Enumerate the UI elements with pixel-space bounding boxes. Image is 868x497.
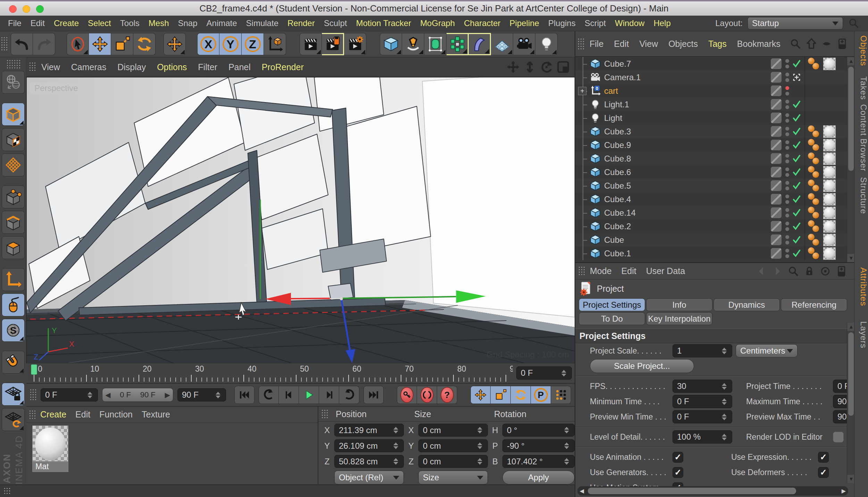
menu-item-render[interactable]: Render — [283, 18, 319, 28]
visibility-dots[interactable] — [784, 154, 790, 163]
phong-tag-icon[interactable] — [808, 193, 823, 206]
menu-item-help[interactable]: Help — [649, 18, 675, 28]
object-row-light-1[interactable]: Light.1 — [575, 98, 847, 111]
layer-toggle-icon[interactable] — [771, 207, 782, 218]
material-name[interactable]: Mat — [32, 462, 68, 472]
object-row-cube-4[interactable]: Cube.4 — [575, 192, 847, 206]
tab-key-interpolation[interactable]: Key Interpolation — [646, 312, 712, 325]
layer-toggle-icon[interactable] — [771, 248, 782, 259]
material-tag-icon[interactable] — [823, 247, 836, 260]
object-row-cube[interactable]: Cube — [575, 233, 847, 247]
coordinates-grip[interactable] — [321, 409, 328, 419]
object-row-camera-1[interactable]: Camera.1 — [575, 71, 847, 84]
object-row-light[interactable]: Light — [575, 111, 847, 125]
model-mode-button[interactable] — [2, 103, 25, 126]
visibility-dots[interactable] — [784, 86, 790, 96]
layer-toggle-icon[interactable] — [771, 194, 782, 205]
phong-tag-icon[interactable] — [808, 247, 823, 260]
move-tool-button[interactable] — [89, 33, 111, 55]
layer-toggle-icon[interactable] — [771, 99, 782, 110]
object-name[interactable]: Cube.9 — [604, 140, 771, 150]
material-tag-icon[interactable] — [823, 125, 836, 138]
menu-item-snap[interactable]: Snap — [174, 18, 202, 28]
enable-state[interactable] — [790, 222, 803, 231]
end-frame-field[interactable]: 90 F — [177, 388, 226, 401]
live-selection-button[interactable] — [67, 33, 89, 55]
use-generators-checkbox[interactable]: ✓ — [673, 467, 683, 478]
edges-mode-button[interactable] — [2, 211, 25, 234]
tab-referencing[interactable]: Referencing — [781, 298, 847, 311]
add-camera-button[interactable] — [513, 33, 535, 55]
layer-toggle-icon[interactable] — [771, 126, 782, 137]
record-keyframe-button[interactable] — [397, 386, 417, 404]
scroll-down-icon[interactable]: ▼ — [847, 475, 855, 483]
goto-start-button[interactable] — [234, 386, 254, 404]
lock-workplane-button[interactable] — [2, 383, 25, 406]
rotation-h-field[interactable]: 0 ° — [502, 424, 575, 437]
texture-mode-button[interactable] — [2, 128, 25, 151]
attribute-hscrollbar[interactable]: ◀ ▶ — [577, 486, 848, 496]
object-name[interactable]: cart — [604, 86, 771, 96]
enable-state[interactable] — [790, 194, 803, 204]
undo-button[interactable] — [11, 33, 33, 55]
timeline-ruler[interactable]: 0102030405060708090 0 F — [26, 363, 575, 383]
make-editable-button[interactable] — [2, 71, 25, 94]
menu-item-edit[interactable]: Edit — [609, 39, 634, 49]
phong-tag-icon[interactable] — [808, 58, 823, 70]
phong-tag-icon[interactable] — [808, 180, 823, 192]
close-window-button[interactable] — [9, 5, 17, 13]
minimum-time-field[interactable]: 0 F — [673, 395, 732, 408]
object-name[interactable]: Cube.4 — [604, 194, 771, 204]
visibility-dots[interactable] — [784, 222, 790, 231]
visibility-dots[interactable] — [784, 167, 790, 177]
lock-x-axis-button[interactable]: X — [197, 33, 219, 55]
visibility-dots[interactable] — [784, 59, 790, 68]
layer-toggle-icon[interactable] — [771, 113, 782, 123]
menu-item-user-data[interactable]: User Data — [641, 266, 690, 276]
menu-item-options[interactable]: Options — [151, 62, 192, 72]
tab-to-do[interactable]: To Do — [579, 312, 645, 325]
menu-item-panel[interactable]: Panel — [223, 62, 256, 72]
tab-project-settings[interactable]: Project Settings — [579, 298, 645, 311]
preview-min-time-field[interactable]: 0 F — [673, 410, 732, 423]
project-scale-field[interactable]: 1 — [673, 344, 732, 357]
phong-tag-icon[interactable] — [808, 125, 823, 138]
goto-end-button[interactable] — [364, 386, 384, 404]
use-expression-checkbox[interactable]: ✓ — [818, 452, 829, 463]
render-view-button[interactable] — [300, 33, 322, 55]
menu-item-simulate[interactable]: Simulate — [242, 18, 283, 28]
phong-tag-icon[interactable] — [808, 152, 823, 165]
position-z-field[interactable]: 50.828 cm — [334, 455, 404, 468]
enable-state[interactable] — [790, 249, 803, 258]
minimize-window-button[interactable] — [23, 5, 30, 13]
target-icon[interactable] — [819, 265, 831, 277]
bend-deformer-button[interactable] — [469, 33, 491, 55]
menu-item-character[interactable]: Character — [459, 18, 505, 28]
use-deformers-checkbox[interactable]: ✓ — [818, 467, 829, 478]
attribute-scrollbar[interactable]: ▲ ▼ — [847, 323, 855, 483]
visibility-dots[interactable] — [784, 249, 790, 258]
position-y-field[interactable]: 26.109 cm — [334, 439, 404, 452]
render-to-picture-viewer-button[interactable] — [322, 33, 344, 55]
search-icon[interactable] — [790, 38, 801, 50]
object-row-cube-3[interactable]: Cube.3 — [575, 125, 847, 138]
viewport-3d-scene[interactable]: Y X Z Perspective Grid Spacing : 100 cm — [27, 77, 575, 363]
panel-tab-takes[interactable]: Takes — [854, 72, 868, 100]
material-tag-icon[interactable] — [823, 207, 836, 219]
visibility-dots[interactable] — [784, 100, 790, 109]
object-row-cube-9[interactable]: Cube.9 — [575, 138, 847, 152]
visibility-dots[interactable] — [784, 208, 790, 217]
phong-tag-icon[interactable] — [808, 220, 823, 233]
rotate-tool-button[interactable] — [133, 33, 156, 55]
key-parameter-toggle[interactable]: P — [531, 386, 551, 404]
enable-state[interactable] — [790, 59, 803, 68]
use-animation-checkbox[interactable]: ✓ — [673, 452, 683, 463]
object-name[interactable]: Cube.1 — [604, 249, 771, 258]
lock-z-axis-button[interactable]: Z — [242, 33, 264, 55]
viewport-3d[interactable]: Y X Z Perspective Grid Spacing : 100 cm — [26, 77, 575, 363]
menu-item-sculpt[interactable]: Sculpt — [319, 18, 352, 28]
material-tag-icon[interactable] — [823, 139, 836, 151]
enable-axis-button[interactable] — [2, 268, 25, 291]
menu-item-bookmarks[interactable]: Bookmarks — [732, 39, 786, 49]
render-lod-checkbox[interactable] — [833, 432, 844, 442]
